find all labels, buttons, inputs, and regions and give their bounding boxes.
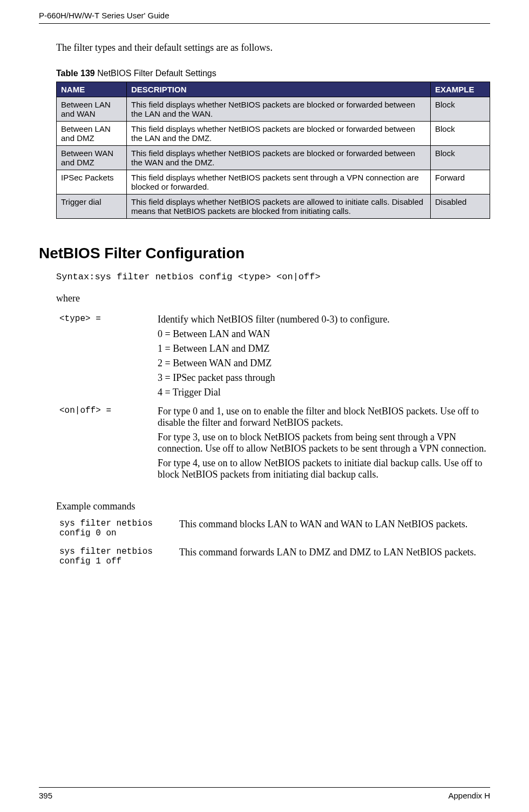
running-head: P-660H/HW/W-T Series User' Guide	[39, 11, 490, 24]
appendix-label: Appendix H	[448, 791, 490, 800]
table-row: Between WAN and DMZ This field displays …	[57, 146, 490, 170]
param-type-opt-1: 1 = Between LAN and DMZ	[158, 343, 487, 354]
table-row: Trigger dial This field displays whether…	[57, 194, 490, 219]
example-desc: This command forwards LAN to DMZ and DMZ…	[176, 546, 490, 574]
param-onoff-label: <on|off> =	[56, 404, 154, 486]
th-example: EXAMPLE	[431, 82, 490, 97]
cell-name: Trigger dial	[57, 194, 127, 219]
param-onoff-desc-2: For type 3, use on to block NetBIOS pack…	[158, 432, 487, 454]
param-type-label: <type> =	[56, 312, 154, 404]
page-number: 395	[39, 791, 52, 800]
param-type-intro: Identify which NetBIOS filter (numbered …	[158, 314, 487, 325]
cell-example: Block	[431, 146, 490, 170]
cell-name: Between LAN and DMZ	[57, 122, 127, 146]
th-name: NAME	[57, 82, 127, 97]
cell-desc: This field displays whether NetBIOS pack…	[127, 170, 431, 194]
example-cmd: sys filter netbios config 0 on	[56, 518, 176, 546]
cell-example: Forward	[431, 170, 490, 194]
th-description: DESCRIPTION	[127, 82, 431, 97]
section-heading: NetBIOS Filter Configuration	[39, 245, 490, 262]
cell-desc: This field displays whether NetBIOS pack…	[127, 194, 431, 219]
page-footer: 395 Appendix H	[39, 787, 490, 800]
cell-desc: This field displays whether NetBIOS pack…	[127, 97, 431, 122]
param-type-opt-4: 4 = Trigger Dial	[158, 387, 487, 398]
param-type-opt-2: 2 = Between WAN and DMZ	[158, 358, 487, 369]
table-row: Between LAN and DMZ This field displays …	[57, 122, 490, 146]
table-row: IPSec Packets This field displays whethe…	[57, 170, 490, 194]
param-onoff-desc-1: For type 0 and 1, use on to enable the f…	[158, 406, 487, 428]
table-caption: Table 139 NetBIOS Filter Default Setting…	[56, 69, 490, 78]
cell-example: Block	[431, 97, 490, 122]
param-onoff-desc-3: For type 4, use on to allow NetBIOS pack…	[158, 458, 487, 480]
table-row: Between LAN and WAN This field displays …	[57, 97, 490, 122]
example-cmd: sys filter netbios config 1 off	[56, 546, 176, 574]
cell-example: Disabled	[431, 194, 490, 219]
parameter-table: <type> = Identify which NetBIOS filter (…	[56, 312, 490, 486]
table-title: NetBIOS Filter Default Settings	[95, 69, 216, 78]
param-type-opt-0: 0 = Between LAN and WAN	[158, 328, 487, 340]
examples-heading: Example commands	[56, 501, 490, 512]
cell-name: IPSec Packets	[57, 170, 127, 194]
cell-name: Between LAN and WAN	[57, 97, 127, 122]
intro-paragraph: The filter types and their default setti…	[56, 42, 490, 53]
example-desc: This command blocks LAN to WAN and WAN t…	[176, 518, 490, 546]
table-number: Table 139	[56, 69, 95, 78]
cell-desc: This field displays whether NetBIOS pack…	[127, 146, 431, 170]
cell-desc: This field displays whether NetBIOS pack…	[127, 122, 431, 146]
filter-settings-table: NAME DESCRIPTION EXAMPLE Between LAN and…	[56, 82, 490, 219]
param-type-opt-3: 3 = IPSec packet pass through	[158, 372, 487, 384]
examples-table: sys filter netbios config 0 on This comm…	[56, 518, 490, 574]
syntax-line: Syntax:sys filter netbios config <type> …	[56, 272, 490, 282]
where-label: where	[56, 293, 490, 304]
cell-name: Between WAN and DMZ	[57, 146, 127, 170]
cell-example: Block	[431, 122, 490, 146]
